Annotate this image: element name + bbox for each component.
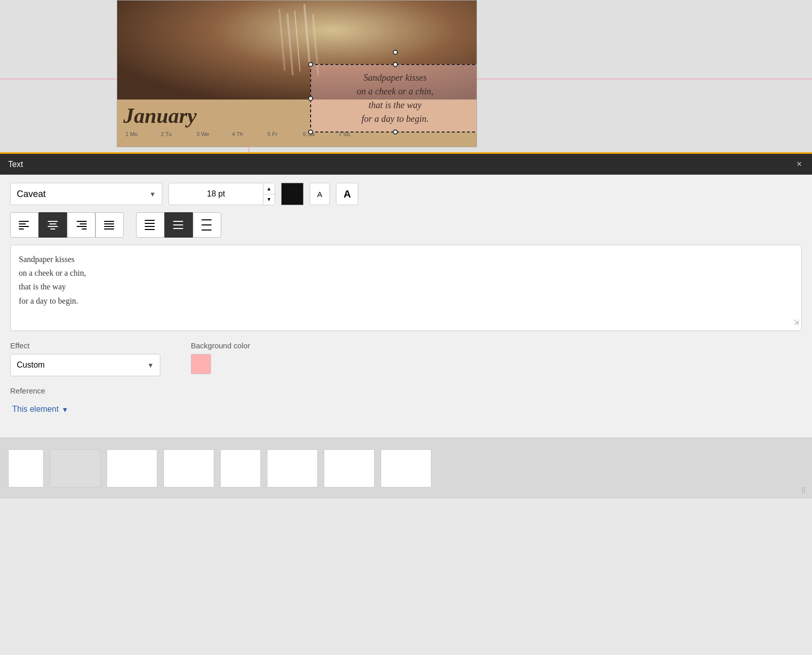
spacing-loose-icon (201, 219, 213, 231)
reference-dropdown-arrow: ▾ (63, 405, 67, 414)
font-family-value: Caveat (17, 189, 46, 200)
date-cell: 5 Fr (265, 130, 301, 138)
effect-value: Custom (17, 361, 45, 370)
panel-header: Text × (0, 154, 812, 175)
align-left-icon (19, 221, 30, 230)
expand-handle-icon[interactable]: ⠿ (801, 486, 806, 495)
text-selection-box[interactable]: Sandpaper kisseson a cheek or a chin,tha… (310, 64, 477, 133)
spacing-normal-icon (173, 221, 184, 229)
effect-column: Effect Custom ▼ (10, 341, 160, 376)
reference-label: Reference (10, 386, 802, 395)
effect-bg-row: Effect Custom ▼ Background color (10, 341, 802, 376)
panel-body: Caveat ▼ 18 pt ▲ ▼ A A (0, 175, 812, 438)
font-small-button[interactable]: A (310, 183, 330, 205)
align-center-button[interactable] (39, 212, 67, 238)
align-right-button[interactable] (67, 212, 95, 238)
font-size-down[interactable]: ▼ (263, 194, 275, 205)
panel-title: Text (8, 160, 23, 169)
align-left-button[interactable] (10, 212, 39, 238)
font-size-up[interactable]: ▲ (263, 183, 275, 194)
align-center-icon (47, 221, 58, 230)
font-row: Caveat ▼ 18 pt ▲ ▼ A A (10, 183, 802, 205)
handle-bm[interactable] (393, 129, 398, 135)
thumbnail-item[interactable] (324, 449, 375, 487)
handle-bl[interactable] (308, 129, 313, 135)
thumbnail-strip (0, 438, 812, 499)
spacing-loose-button[interactable] (193, 212, 221, 238)
background-color-swatch[interactable] (191, 354, 211, 374)
align-right-icon (76, 221, 87, 230)
text-align-group (10, 212, 124, 238)
resize-handle[interactable]: ⇲ (793, 316, 799, 329)
reference-section: Reference This element ▾ (10, 386, 802, 419)
date-cell: 2 Tu (159, 130, 194, 138)
font-large-button[interactable]: A (336, 183, 358, 205)
alignment-row (10, 212, 802, 238)
spacing-tight-icon (145, 220, 156, 230)
font-color-swatch[interactable] (281, 183, 303, 205)
background-color-column: Background color (191, 341, 250, 374)
text-content: Sandpaper kisseson a cheek or a chin,tha… (19, 255, 86, 305)
line-spacing-group (136, 212, 221, 238)
text-panel: Text × Caveat ▼ 18 pt ▲ ▼ A A (0, 152, 812, 438)
date-cell: 1 Mo (123, 130, 159, 138)
background-color-label: Background color (191, 341, 250, 350)
canvas-area: January 1 Mo 2 Tu 3 We 4 Th 5 Fr 6 Sa 7 … (0, 0, 812, 152)
effect-select[interactable]: Custom ▼ (10, 354, 160, 376)
thumbnail-item[interactable] (8, 449, 44, 487)
reference-select[interactable]: This element ▾ (10, 399, 802, 419)
handle-tl[interactable] (308, 62, 313, 67)
effect-dropdown-arrow: ▼ (147, 362, 154, 369)
spacing-normal-button[interactable] (164, 212, 193, 238)
text-content-area[interactable]: Sandpaper kisseson a cheek or a chin,tha… (10, 245, 802, 331)
thumbnail-item[interactable] (163, 449, 214, 487)
date-cell: 4 Th (230, 130, 265, 138)
font-family-select[interactable]: Caveat ▼ (10, 183, 162, 205)
date-cell: 3 We (194, 130, 230, 138)
thumbnail-item[interactable] (107, 449, 157, 487)
handle-tm[interactable] (393, 62, 398, 67)
thumbnail-item[interactable] (220, 449, 261, 487)
font-size-arrows: ▲ ▼ (263, 183, 275, 205)
spacing-tight-button[interactable] (136, 212, 164, 238)
reference-value: This element (12, 405, 59, 414)
font-size-control: 18 pt ▲ ▼ (168, 183, 275, 205)
thumbnail-item[interactable] (267, 449, 318, 487)
canvas-text-content: Sandpaper kisseson a cheek or a chin,tha… (353, 67, 437, 130)
handle-ml[interactable] (308, 96, 313, 101)
bottom-area: ⠿ (0, 438, 812, 499)
thumbnail-item[interactable] (50, 449, 100, 487)
panel-close-button[interactable]: × (794, 159, 804, 170)
handle-rotate[interactable] (393, 50, 398, 55)
font-family-arrow: ▼ (149, 190, 156, 198)
align-justify-icon (104, 221, 115, 230)
thumbnail-item[interactable] (381, 449, 431, 487)
align-justify-button[interactable] (95, 212, 124, 238)
calendar-card: January 1 Mo 2 Tu 3 We 4 Th 5 Fr 6 Sa 7 … (117, 0, 477, 147)
effect-label: Effect (10, 341, 160, 350)
font-size-value: 18 pt (169, 189, 263, 199)
